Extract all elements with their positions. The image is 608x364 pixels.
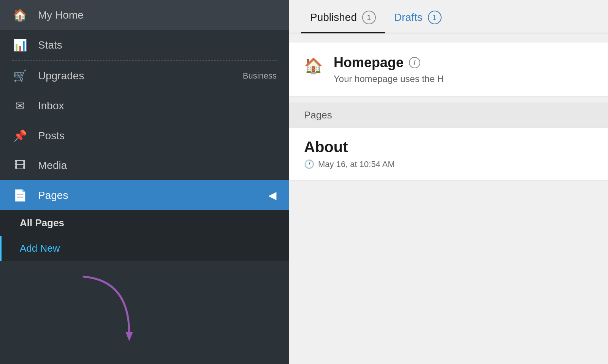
homepage-house-icon: 🏠 <box>304 57 323 75</box>
sidebar-item-inbox[interactable]: ✉ Inbox <box>0 91 289 121</box>
main-content: Published 1 Drafts 1 🏠 Homepage i Your h… <box>289 0 608 364</box>
pages-icon: 📄 <box>12 189 27 202</box>
chevron-right-icon: ◀ <box>268 189 277 202</box>
tab-published-label: Published <box>310 11 357 24</box>
sidebar-label-media: Media <box>38 159 67 172</box>
tab-published[interactable]: Published 1 <box>301 0 385 33</box>
about-card-title: About <box>304 139 593 156</box>
inbox-icon: ✉ <box>12 99 27 112</box>
home-icon: 🏠 <box>12 8 27 22</box>
add-new-label: Add New <box>20 243 60 254</box>
tab-drafts-label: Drafts <box>394 11 423 24</box>
sidebar-item-posts[interactable]: 📌 Posts <box>0 121 289 151</box>
clock-icon: 🕐 <box>304 159 314 169</box>
sidebar-item-media[interactable]: 🎞 Media <box>0 151 289 180</box>
sidebar-label-pages: Pages <box>38 189 68 202</box>
all-pages-label: All Pages <box>20 217 64 229</box>
posts-icon: 📌 <box>12 129 27 142</box>
upgrades-icon: 🛒 <box>12 69 27 82</box>
info-icon[interactable]: i <box>409 57 420 68</box>
homepage-card-body: Homepage i Your homepage uses the H <box>334 55 593 84</box>
sidebar-label-upgrades: Upgrades <box>38 70 84 82</box>
tab-drafts[interactable]: Drafts 1 <box>385 0 451 33</box>
sidebar-subitem-all-pages[interactable]: All Pages <box>0 210 289 236</box>
tab-drafts-count: 1 <box>428 11 442 24</box>
sidebar-item-pages[interactable]: 📄 Pages ◀ <box>0 180 289 210</box>
sidebar-item-stats[interactable]: 📊 Stats <box>0 30 289 60</box>
homepage-card-title: Homepage i <box>334 55 593 71</box>
sidebar-label-my-home: My Home <box>38 9 84 21</box>
tab-published-count: 1 <box>362 11 376 24</box>
media-icon: 🎞 <box>12 159 27 172</box>
sidebar: 🏠 My Home 📊 Stats 🛒 Upgrades Business ✉ … <box>0 0 289 364</box>
sidebar-label-inbox: Inbox <box>38 100 64 112</box>
sidebar-subitem-add-new[interactable]: Add New <box>0 236 289 261</box>
sidebar-label-posts: Posts <box>38 130 65 142</box>
homepage-card[interactable]: 🏠 Homepage i Your homepage uses the H <box>289 43 608 96</box>
about-card[interactable]: About 🕐 May 16, at 10:54 AM <box>289 128 608 180</box>
sidebar-item-my-home[interactable]: 🏠 My Home <box>0 0 289 30</box>
upgrades-badge: Business <box>243 69 277 82</box>
stats-icon: 📊 <box>12 38 27 52</box>
sidebar-item-upgrades[interactable]: 🛒 Upgrades Business <box>0 61 289 91</box>
svg-marker-0 <box>125 332 133 341</box>
pages-section-header: Pages <box>289 102 608 128</box>
tabs-bar: Published 1 Drafts 1 <box>289 0 608 33</box>
annotation-arrow <box>61 273 137 334</box>
content-area: 🏠 Homepage i Your homepage uses the H Pa… <box>289 33 608 364</box>
about-card-meta: 🕐 May 16, at 10:54 AM <box>304 159 593 169</box>
homepage-card-desc: Your homepage uses the H <box>334 74 593 84</box>
sidebar-label-stats: Stats <box>38 39 62 51</box>
